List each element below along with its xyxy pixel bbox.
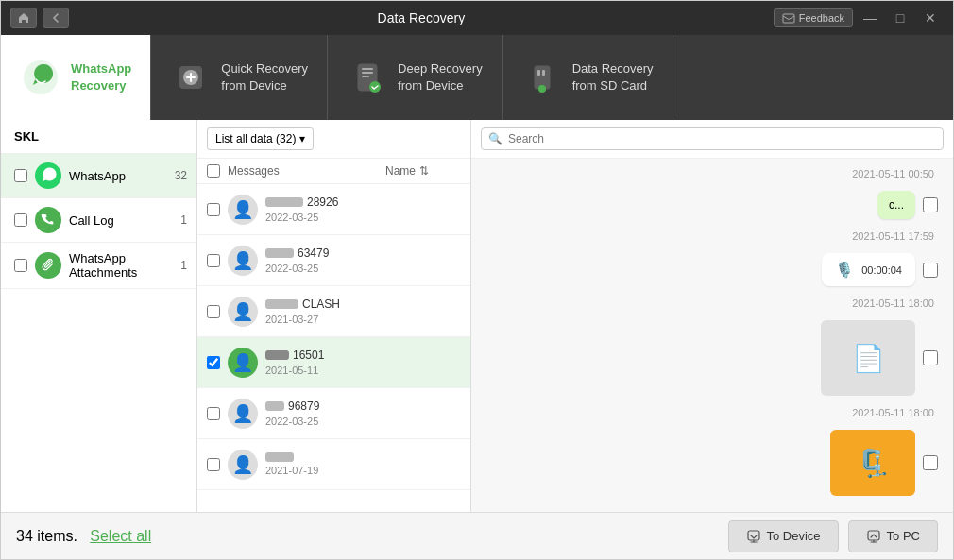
name-blur-5: [265, 401, 284, 411]
message-row[interactable]: 👤 CLASH 2021-03-27: [197, 286, 470, 337]
tab-whatsapp-recovery[interactable]: WhatsApp Recovery: [1, 35, 151, 120]
message-list: List all data (32) ▾ Messages Name ⇅ 👤: [197, 120, 471, 512]
chat-area: 🔍 2021-05-11 00:50 c... 2021-05-11 17:59: [471, 120, 953, 512]
svg-rect-14: [868, 531, 879, 540]
title-bar-right: Feedback — □ ✕: [774, 8, 944, 28]
name-blur-3: [265, 299, 298, 309]
msg-avatar-4: 👤: [228, 348, 258, 378]
sidebar: SKL WhatsApp 32: [1, 120, 197, 512]
sidebar-checkbox-calllog[interactable]: [14, 213, 27, 227]
list-header-checkbox[interactable]: [207, 164, 220, 178]
close-button[interactable]: ✕: [917, 8, 944, 28]
message-row[interactable]: 👤 63479 2022-03-25: [197, 235, 470, 286]
chat-timestamp-3: 2021-05-11 18:00: [486, 297, 934, 309]
bottom-bar: 34 items. Select all To Device: [1, 512, 953, 559]
sort-icon[interactable]: ⇅: [419, 164, 429, 178]
msg-name-2: 63479: [265, 246, 461, 260]
avatar-person-icon: 👤: [232, 301, 253, 322]
search-input[interactable]: [481, 127, 944, 150]
list-dropdown-label: List all data (32): [215, 132, 296, 145]
message-row-selected[interactable]: 👤 16501 2021-05-11: [197, 337, 470, 388]
image-thumbnail: 📄: [821, 320, 915, 396]
svg-point-8: [369, 81, 381, 93]
chat-messages: 2021-05-11 00:50 c... 2021-05-11 17:59 🎙…: [471, 159, 953, 512]
svg-rect-5: [362, 68, 373, 70]
msg-checkbox-1[interactable]: [207, 203, 220, 216]
sidebar-item-calllog[interactable]: Call Log 1: [1, 198, 196, 243]
col-messages-header: Messages: [228, 164, 378, 178]
msg-checkbox-2[interactable]: [207, 254, 220, 267]
select-all-link[interactable]: Select all: [90, 528, 151, 544]
chat-check-file[interactable]: [923, 455, 938, 470]
msg-info-1: 28926 2022-03-25: [265, 195, 461, 223]
chat-check-image[interactable]: [923, 350, 938, 365]
maximize-button[interactable]: □: [887, 8, 913, 28]
name-blur-6: [265, 452, 294, 462]
msg-name-1: 28926: [265, 195, 461, 209]
sidebar-attachments-label: WhatsApp Attachments: [69, 251, 173, 280]
title-bar-left: [10, 8, 69, 28]
chat-bubble-1: c...: [877, 191, 915, 219]
sidebar-checkbox-whatsapp[interactable]: [14, 169, 27, 182]
avatar-person-icon: 👤: [232, 199, 253, 220]
archive-icon: 🗜️: [857, 448, 890, 479]
to-pc-button[interactable]: To PC: [848, 520, 938, 552]
list-dropdown[interactable]: List all data (32) ▾: [207, 127, 314, 150]
minimize-button[interactable]: —: [857, 8, 883, 28]
sidebar-header: SKL: [1, 120, 196, 154]
chat-search-bar: 🔍: [471, 120, 953, 159]
attachments-icon: [35, 252, 61, 279]
to-pc-label: To PC: [887, 529, 920, 543]
svg-rect-0: [783, 14, 794, 23]
sidebar-item-whatsapp[interactable]: WhatsApp 32: [1, 154, 196, 198]
msg-avatar-6: 👤: [228, 450, 258, 480]
tab-quick-recovery-label: Quick Recovery from Device: [221, 60, 308, 94]
message-row[interactable]: 👤 96879 2022-03-25: [197, 388, 470, 439]
msg-avatar-5: 👤: [228, 399, 258, 429]
tab-sd-recovery[interactable]: Data Recovery from SD Card: [503, 35, 673, 120]
back-button[interactable]: [43, 8, 69, 28]
chat-check-audio[interactable]: [923, 263, 938, 278]
chat-timestamp-4: 2021-05-11 18:00: [486, 407, 934, 418]
microphone-icon: 🎙️: [835, 261, 854, 279]
sidebar-calllog-label: Call Log: [69, 213, 173, 228]
message-row[interactable]: 👤 2021-07-19: [197, 439, 470, 490]
sidebar-checkbox-attachments[interactable]: [14, 259, 27, 272]
msg-avatar-3: 👤: [228, 297, 258, 327]
msg-checkbox-5[interactable]: [207, 407, 220, 420]
bottom-buttons: To Device To PC: [728, 520, 938, 552]
feedback-button[interactable]: Feedback: [774, 8, 853, 27]
svg-rect-7: [362, 76, 369, 77]
sidebar-item-attachments[interactable]: WhatsApp Attachments 1: [1, 243, 196, 289]
to-device-label: To Device: [767, 529, 821, 543]
chat-check-1[interactable]: [923, 197, 938, 212]
calllog-icon: [35, 207, 61, 233]
msg-date-2: 2022-03-25: [265, 263, 461, 274]
home-button[interactable]: [10, 8, 37, 28]
main-content: SKL WhatsApp 32: [1, 120, 953, 512]
svg-rect-10: [537, 70, 540, 76]
tab-deep-recovery[interactable]: Deep Recovery from Device: [328, 35, 503, 120]
sidebar-whatsapp-label: WhatsApp: [69, 169, 167, 183]
msg-avatar-1: 👤: [228, 195, 258, 225]
msg-info-2: 63479 2022-03-25: [265, 246, 461, 274]
list-header: Messages Name ⇅: [197, 159, 470, 184]
msg-checkbox-6[interactable]: [207, 458, 220, 471]
msg-number-5: 96879: [288, 399, 319, 413]
msg-date-5: 2022-03-25: [265, 416, 461, 427]
feedback-label: Feedback: [799, 12, 844, 24]
msg-number-2: 63479: [298, 246, 329, 260]
msg-date-3: 2021-03-27: [265, 314, 461, 325]
name-blur-1: [265, 197, 303, 207]
to-device-button[interactable]: To Device: [728, 520, 839, 552]
dropdown-arrow-icon: ▾: [299, 132, 305, 145]
msg-checkbox-3[interactable]: [207, 305, 220, 318]
chat-timestamp-2: 2021-05-11 17:59: [486, 230, 934, 242]
bottom-info: 34 items. Select all: [16, 528, 151, 545]
chat-timestamp-1: 2021-05-11 00:50: [486, 168, 934, 179]
tab-quick-recovery[interactable]: Quick Recovery from Device: [151, 35, 328, 120]
avatar-person-icon: 👤: [232, 454, 253, 475]
msg-checkbox-4[interactable]: [207, 356, 220, 369]
list-toolbar: List all data (32) ▾: [197, 120, 470, 159]
message-row[interactable]: 👤 28926 2022-03-25: [197, 184, 470, 235]
